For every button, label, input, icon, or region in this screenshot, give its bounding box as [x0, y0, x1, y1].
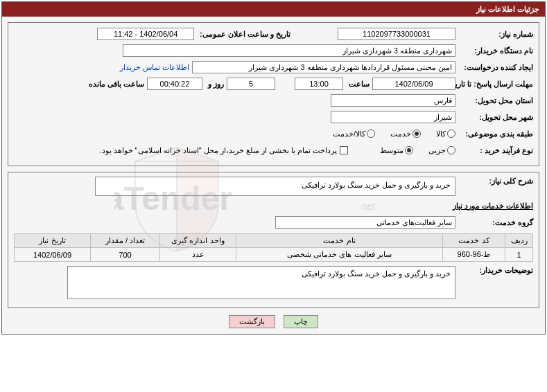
- label-requester: ایجاد کننده درخواست:: [458, 63, 533, 72]
- label-province: استان محل تحویل:: [458, 96, 533, 105]
- th-unit: واحد اندازه گیری: [160, 234, 236, 248]
- field-province: فارس: [331, 94, 455, 107]
- field-announce-dt: 1402/06/04 - 11:42: [97, 28, 194, 40]
- label-announce-dt: تاریخ و ساعت اعلان عمومی:: [197, 30, 290, 39]
- label-remaining: ساعت باقی مانده: [86, 80, 144, 89]
- label-city: شهر محل تحویل:: [458, 113, 533, 122]
- label-need-summary: شرح کلی نیاز:: [458, 177, 533, 186]
- main-panel: جزئیات اطلاعات نیاز شماره نیاز: 11020977…: [1, 1, 546, 335]
- label-deadline: مهلت ارسال پاسخ: تا تاریخ:: [458, 80, 533, 89]
- panel-title: جزئیات اطلاعات نیاز: [2, 2, 545, 17]
- field-city: شیراز: [331, 111, 455, 123]
- field-buyer-org: شهرداری منطقه 3 شهرداری شیراز: [123, 44, 455, 57]
- th-date: تاریخ نیاز: [15, 234, 91, 248]
- radio-dot-icon: [447, 146, 455, 154]
- label-service-group: گروه خدمت:: [458, 218, 533, 227]
- radio-dot-icon: [447, 130, 455, 138]
- label-subject-class: طبقه بندی موضوعی:: [458, 130, 533, 139]
- th-code: کد خدمت: [443, 234, 505, 248]
- field-buyer-notes: خرید و بارگیری و حمل خرید سنگ بولارد ترا…: [67, 266, 455, 299]
- radio-goods[interactable]: کالا: [436, 130, 455, 139]
- label-days-and: روز و: [205, 80, 224, 89]
- info-box: شماره نیاز: 1102097733000031 تاریخ و ساع…: [8, 22, 539, 166]
- radio-goods-label: کالا: [436, 130, 446, 139]
- label-buyer-notes: توضیحات خریدار:: [458, 266, 533, 275]
- field-need-summary: خرید و بارگیری و حمل خرید سنگ بولارد ترا…: [95, 177, 455, 196]
- field-requester: امین محبتی مسئول قراردادها شهرداری منطقه…: [192, 61, 455, 73]
- checkbox-payment[interactable]: [340, 146, 348, 154]
- radio-minor[interactable]: جزیی: [428, 146, 455, 155]
- radio-medium-label: متوسط: [380, 146, 403, 155]
- radio-dot-icon: [367, 130, 375, 138]
- radio-goods-service[interactable]: کالا/خدمت: [333, 130, 375, 139]
- radio-medium[interactable]: متوسط: [380, 146, 413, 155]
- th-qty: تعداد / مقدار: [91, 234, 160, 248]
- summary-box: شرح کلی نیاز: خرید و بارگیری و حمل خرید …: [8, 172, 539, 308]
- th-name: نام خدمت: [236, 234, 443, 248]
- radio-dot-icon: [405, 146, 413, 154]
- field-deadline-date: 1402/06/09: [372, 78, 455, 90]
- print-button[interactable]: چاپ: [284, 315, 318, 328]
- label-service-info: اطلاعات خدمات مورد نیاز: [450, 202, 533, 211]
- label-purchase-type: نوع فرآیند خرید :: [458, 146, 533, 155]
- cell-date: 1402/06/09: [15, 248, 91, 262]
- cell-row: 1: [505, 248, 533, 262]
- label-at: ساعت: [346, 80, 370, 89]
- cell-unit: عدد: [160, 248, 236, 262]
- radio-goods-service-label: کالا/خدمت: [333, 130, 365, 139]
- field-days-left: 5: [227, 78, 275, 90]
- cell-name: سایر فعالیت های خدماتی شخصی: [236, 248, 443, 262]
- cell-code: ط-96-960: [443, 248, 505, 262]
- button-row: چاپ بازگشت: [8, 315, 539, 328]
- table-row: 1 ط-96-960 سایر فعالیت های خدماتی شخصی ع…: [15, 248, 533, 262]
- link-buyer-contact[interactable]: اطلاعات تماس خریدار: [120, 63, 189, 72]
- label-buyer-org: نام دستگاه خریدار:: [458, 46, 533, 55]
- radio-service[interactable]: خدمت: [390, 130, 421, 139]
- field-time-left: 00:40:22: [147, 78, 202, 90]
- back-button[interactable]: بازگشت: [229, 315, 275, 328]
- radio-service-label: خدمت: [390, 130, 411, 139]
- cell-qty: 700: [91, 248, 160, 262]
- service-table: ردیف کد خدمت نام خدمت واحد اندازه گیری ت…: [14, 233, 533, 262]
- radio-minor-label: جزیی: [428, 146, 446, 155]
- field-service-group: سایر فعالیت‌های خدماتی: [275, 216, 455, 229]
- th-row: ردیف: [505, 234, 533, 248]
- field-need-no: 1102097733000031: [338, 28, 455, 40]
- field-deadline-time: 13:00: [295, 78, 343, 90]
- label-need-no: شماره نیاز:: [458, 30, 533, 39]
- radio-dot-icon: [413, 130, 421, 138]
- label-payment-note: پرداخت تمام یا بخشی از مبلغ خرید،از محل …: [99, 146, 337, 155]
